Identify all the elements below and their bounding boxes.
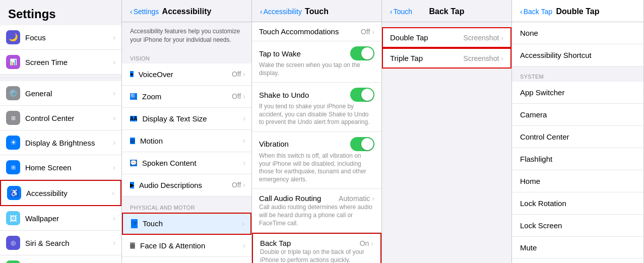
tap-wake-toggle[interactable]: [350, 46, 374, 60]
mute-option[interactable]: Mute: [512, 237, 643, 259]
back-tap-value: On: [360, 239, 369, 247]
double-tap-label: Double Tap: [390, 33, 464, 42]
panel-accessibility: ‹ Settings Accessibility Accessibility f…: [122, 0, 252, 263]
accessibility-shortcut-option[interactable]: Accessibility Shortcut: [512, 44, 643, 67]
voiceover-item[interactable]: ● VoiceOver Off ›: [122, 63, 251, 86]
app-switcher-option[interactable]: App Switcher: [512, 82, 643, 104]
sidebar-item-accessibility[interactable]: ♿ Accessibility ›: [0, 180, 121, 206]
wallpaper-icon: 🖼: [6, 211, 20, 225]
display-text-label: Display & Text Size: [142, 114, 243, 123]
back-chevron-icon: ‹: [390, 8, 393, 16]
sidebar-item-home-screen[interactable]: ⊞ Home Screen ›: [0, 155, 121, 180]
back-tap-desc: Double or triple tap on the back of your…: [260, 248, 373, 263]
display-icon: ☀: [6, 136, 20, 150]
face-id-attn-label: Face ID & Attention: [140, 241, 243, 250]
sidebar-item-general[interactable]: ⚙️ General ›: [0, 81, 121, 106]
back-label: Accessibility: [264, 8, 302, 16]
home-option[interactable]: Home: [512, 170, 643, 192]
audio-desc-value: Off: [232, 181, 241, 189]
touch-item[interactable]: ☞ Touch ›: [122, 213, 251, 235]
triple-tap-value: Screenshot: [464, 54, 499, 62]
chevron-icon: ›: [243, 114, 245, 122]
back-label: Touch: [394, 8, 412, 16]
zoom-label: Zoom: [142, 92, 232, 101]
notification-center-option[interactable]: Notification Center: [512, 259, 643, 263]
switch-control-item[interactable]: ⊡ Switch Control Off ›: [122, 257, 251, 263]
shake-undo-toggle[interactable]: [350, 88, 374, 102]
mute-label: Mute: [520, 243, 635, 252]
triple-tap-item[interactable]: Triple Tap Screenshot ›: [382, 48, 511, 69]
back-tap-label: Back Tap: [260, 239, 360, 247]
sidebar-item-display[interactable]: ☀ Display & Brightness ›: [0, 130, 121, 155]
zoom-item[interactable]: 🔍 Zoom Off ›: [122, 86, 251, 108]
panel-touch: ‹ Accessibility Touch Touch Accommodatio…: [252, 0, 382, 263]
sidebar-item-siri[interactable]: ◎ Siri & Search ›: [0, 231, 121, 255]
sidebar-item-focus[interactable]: 🌙 Focus ›: [0, 25, 121, 50]
chevron-icon: ›: [113, 214, 115, 222]
display-text-size-item[interactable]: AA Display & Text Size ›: [122, 108, 251, 130]
camera-option[interactable]: Camera: [512, 104, 643, 126]
chevron-icon: ›: [372, 194, 374, 203]
screen-time-label: Screen Time: [25, 58, 113, 67]
audio-desc-item[interactable]: ▶ Audio Descriptions Off ›: [122, 174, 251, 196]
vision-section-label: VISION: [122, 47, 251, 63]
accessibility-header: ‹ Settings Accessibility: [122, 0, 251, 22]
voiceover-label: VoiceOver: [139, 70, 232, 79]
sidebar-item-control-center[interactable]: ⊞ Control Center ›: [0, 106, 121, 130]
motion-item[interactable]: ◎ Motion ›: [122, 130, 251, 152]
touch-acc-label: Touch Accommodations: [259, 27, 361, 36]
back-to-touch[interactable]: ‹ Touch: [390, 8, 412, 16]
touch-acc-value: Off: [361, 28, 370, 36]
sidebar-item-screen-time[interactable]: 📊 Screen Time ›: [0, 50, 121, 75]
chevron-icon: ›: [112, 189, 114, 197]
general-label: General: [25, 89, 113, 98]
chevron-icon: ›: [113, 139, 115, 147]
app-switcher-label: App Switcher: [520, 88, 635, 97]
back-to-back-tap[interactable]: ‹ Back Tap: [520, 8, 552, 16]
shake-undo-item[interactable]: Shake to Undo If you tend to shake your …: [252, 83, 381, 132]
chevron-icon: ›: [243, 241, 245, 249]
back-to-accessibility[interactable]: ‹ Accessibility: [260, 8, 302, 16]
tap-to-wake-item[interactable]: Tap to Wake Wake the screen when you tap…: [252, 41, 381, 83]
vibration-desc: When this switch is off, all vibration o…: [259, 152, 374, 183]
double-tap-item[interactable]: Double Tap Screenshot ›: [382, 27, 511, 48]
zoom-icon: 🔍: [130, 93, 137, 100]
camera-label: Camera: [520, 110, 635, 119]
none-option[interactable]: None: [512, 22, 643, 44]
back-label: Back Tap: [524, 8, 552, 16]
settings-title: Settings: [0, 0, 121, 25]
sidebar-item-face-id[interactable]: 👤 Face ID & Passcode ›: [0, 255, 121, 263]
call-audio-label: Call Audio Routing: [259, 194, 339, 203]
screen-time-icon: 📊: [6, 55, 20, 69]
panel-double-tap: ‹ Back Tap Double Tap None Accessibility…: [512, 0, 644, 263]
vibration-toggle[interactable]: [350, 137, 374, 151]
lock-rotation-option[interactable]: Lock Rotation: [512, 192, 643, 215]
chevron-icon: ›: [113, 89, 115, 97]
call-audio-item[interactable]: Call Audio Routing Automatic › Call audi…: [252, 189, 381, 233]
voiceover-icon: ●: [130, 71, 134, 77]
double-tap-header: ‹ Back Tap Double Tap: [512, 0, 643, 22]
back-to-settings[interactable]: ‹ Settings: [130, 8, 159, 16]
spoken-content-item[interactable]: 💬 Spoken Content ›: [122, 152, 251, 174]
display-label: Display & Brightness: [25, 139, 113, 147]
double-tap-value: Screenshot: [464, 34, 499, 42]
lock-screen-option[interactable]: Lock Screen: [512, 215, 643, 237]
flashlight-label: Flashlight: [520, 155, 635, 163]
back-tap-item[interactable]: Back Tap On › Double or triple tap on th…: [252, 233, 381, 263]
back-chevron-icon: ‹: [260, 8, 263, 16]
sidebar-item-wallpaper[interactable]: 🖼 Wallpaper ›: [0, 206, 121, 231]
vibration-item[interactable]: Vibration When this switch is off, all v…: [252, 132, 381, 189]
call-audio-value: Automatic: [339, 194, 370, 203]
back-chevron-icon: ‹: [130, 8, 133, 16]
touch-accommodations-item[interactable]: Touch Accommodations Off ›: [252, 22, 381, 41]
wallpaper-label: Wallpaper: [25, 214, 113, 223]
touch-label: Touch: [143, 219, 242, 228]
accessibility-shortcut-label: Accessibility Shortcut: [520, 51, 635, 59]
tap-wake-desc: Wake the screen when you tap on the disp…: [259, 61, 374, 77]
system-section-label: SYSTEM: [512, 67, 643, 82]
face-id-attn-item[interactable]: ◎ Face ID & Attention ›: [122, 235, 251, 257]
home-screen-label: Home Screen: [25, 163, 113, 172]
flashlight-option[interactable]: Flashlight: [512, 148, 643, 170]
control-center-option[interactable]: Control Center: [512, 126, 643, 148]
physical-section-label: PHYSICAL AND MOTOR: [122, 196, 251, 213]
